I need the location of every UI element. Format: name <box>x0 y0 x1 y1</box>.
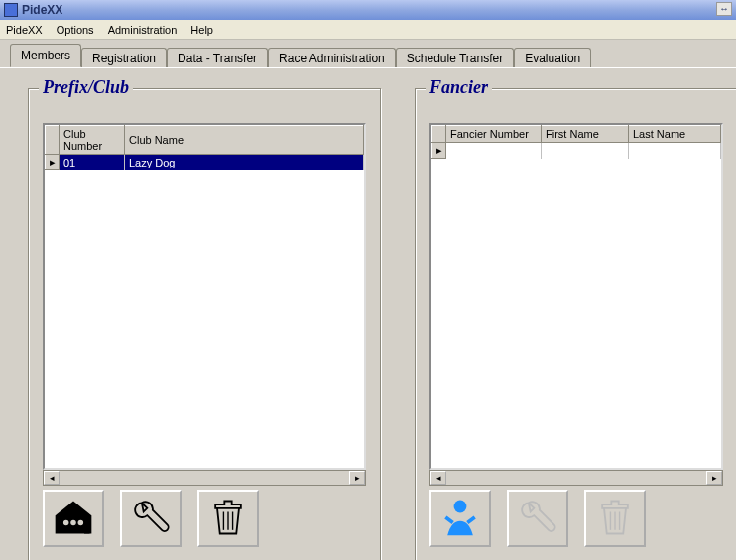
window-title: PideXX <box>22 3 62 17</box>
svg-point-2 <box>78 520 83 526</box>
grid-fancier[interactable]: Fancier Number First Name Last Name ▸ <box>429 123 723 470</box>
svg-point-0 <box>63 520 68 526</box>
tab-race-administration[interactable]: Race Administration <box>268 48 396 68</box>
menubar: PideXX Options Administration Help <box>0 20 736 40</box>
person-icon <box>438 496 482 541</box>
toolbar-left <box>43 490 259 547</box>
grid-prefix-club[interactable]: Club Number Club Name ▸ 01 Lazy Dog <box>43 123 366 470</box>
app-icon <box>4 3 18 17</box>
club-button[interactable] <box>43 490 104 547</box>
resize-button[interactable]: ↔ <box>716 2 732 16</box>
corner-cell <box>46 126 60 155</box>
menu-options[interactable]: Options <box>57 24 94 36</box>
svg-point-1 <box>70 520 76 526</box>
tabbar: Members Registration Data - Transfer Rac… <box>0 40 736 67</box>
tab-schedule-transfer[interactable]: Schedule Transfer <box>396 48 514 68</box>
groupbox-fancier: Fancier Fancier Number First Name Last N… <box>415 88 736 560</box>
col-first-name[interactable]: First Name <box>542 126 629 143</box>
scroll-right-icon[interactable]: ▸ <box>706 471 722 485</box>
scroll-left-icon[interactable]: ◂ <box>44 471 60 485</box>
tabpanel-members: Prefix/Club Club Number Club Name ▸ 01 L… <box>0 67 736 560</box>
menu-help[interactable]: Help <box>190 24 213 36</box>
delete-button[interactable] <box>197 490 259 547</box>
groupbox-prefix-club: Prefix/Club Club Number Club Name ▸ 01 L… <box>28 88 381 560</box>
scroll-left-icon[interactable]: ◂ <box>430 471 446 485</box>
col-club-name[interactable]: Club Name <box>125 126 364 155</box>
edit-fancier-button[interactable] <box>507 490 568 547</box>
toolbar-right <box>429 490 646 547</box>
delete-fancier-button[interactable] <box>584 490 646 547</box>
trash-icon <box>593 496 637 541</box>
cell-first-name[interactable] <box>542 143 629 159</box>
cell-club-name[interactable]: Lazy Dog <box>125 155 364 170</box>
legend-prefix-club: Prefix/Club <box>39 77 133 98</box>
cell-last-name[interactable] <box>629 143 721 159</box>
table-row[interactable]: ▸ 01 Lazy Dog <box>46 155 364 170</box>
fancier-button[interactable] <box>429 490 491 547</box>
cell-club-number[interactable]: 01 <box>60 155 125 170</box>
col-club-number[interactable]: Club Number <box>60 126 125 155</box>
tab-members[interactable]: Members <box>10 44 81 67</box>
cell-fancier-number[interactable] <box>446 143 542 159</box>
scroll-right-icon[interactable]: ▸ <box>349 471 365 485</box>
tab-data-transfer[interactable]: Data - Transfer <box>167 48 268 68</box>
svg-point-7 <box>454 501 467 513</box>
col-last-name[interactable]: Last Name <box>629 126 721 143</box>
menu-pidexx[interactable]: PideXX <box>6 24 43 36</box>
row-indicator-icon: ▸ <box>46 155 60 170</box>
menu-administration[interactable]: Administration <box>108 24 178 36</box>
legend-fancier: Fancier <box>426 77 492 98</box>
house-icon <box>52 496 95 541</box>
tab-evaluation[interactable]: Evaluation <box>514 48 591 68</box>
tab-registration[interactable]: Registration <box>81 48 167 68</box>
svg-rect-3 <box>84 519 90 534</box>
titlebar: PideXX ↔ <box>0 0 736 20</box>
wrench-icon <box>516 496 559 541</box>
trash-icon <box>206 496 250 541</box>
hscrollbar-left[interactable]: ◂ ▸ <box>43 470 366 486</box>
edit-button[interactable] <box>120 490 182 547</box>
row-indicator-icon: ▸ <box>432 143 446 159</box>
wrench-icon <box>129 496 173 541</box>
corner-cell <box>432 126 446 143</box>
col-fancier-number[interactable]: Fancier Number <box>446 126 542 143</box>
hscrollbar-right[interactable]: ◂ ▸ <box>429 470 723 486</box>
table-row[interactable]: ▸ <box>432 143 721 159</box>
